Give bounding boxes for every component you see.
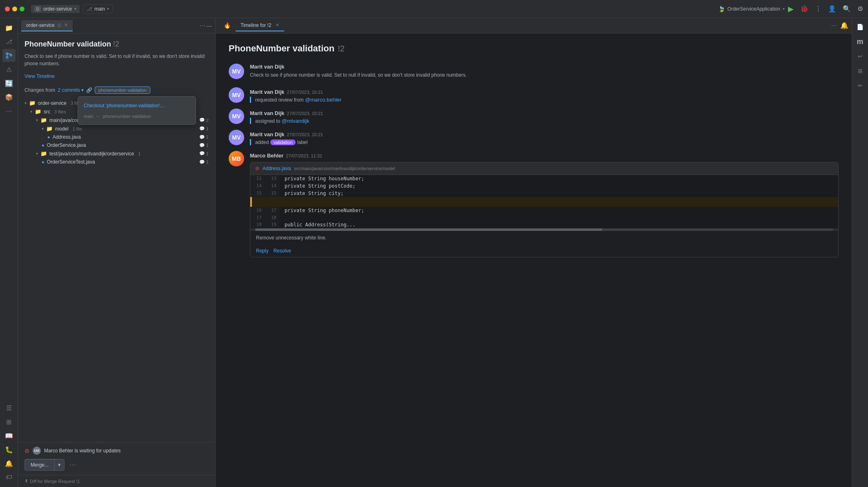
file-error-icon: ⊘ (255, 166, 259, 171)
activity-more[interactable]: ⋯ (2, 104, 16, 117)
activity-issues[interactable]: ⚠ (2, 63, 16, 76)
activity-mergerequests[interactable] (2, 49, 16, 62)
rs-icon-file[interactable]: 📄 (855, 21, 866, 33)
comment-icon: 💬 (199, 159, 205, 165)
ln-new-19: 19 (265, 221, 280, 228)
chevron-icon: ▾ (24, 101, 27, 105)
more-options-button[interactable]: ⋯ (69, 461, 76, 469)
entry-1-author: Marit van Dijk (250, 64, 285, 70)
reply-button[interactable]: Reply (256, 248, 269, 254)
entry-4-time: 27/07/2023, 10:21 (287, 132, 323, 137)
tree-orderservice[interactable]: ● OrderService.java 💬 1 (24, 141, 209, 149)
rs-icon-diff[interactable]: ⊞ (855, 65, 866, 77)
comment-icon: 💬 (199, 117, 205, 123)
entry-2-border: requested review from @marco.behler (250, 97, 839, 103)
entry-3-body: Marit van Dijk 27/07/2023, 10:21 assigne… (250, 108, 839, 124)
ln-new-changed (267, 197, 281, 207)
comment-icon: 💬 (199, 143, 205, 148)
titlebar: 0 order-service ▾ ⎇ main ▾ 🍃 OrderServic… (0, 0, 868, 18)
right-tab-close-icon[interactable]: ✕ (276, 22, 279, 28)
activity-book[interactable]: 📖 (2, 429, 16, 442)
merge-button[interactable]: Merge... ▾ (24, 459, 65, 471)
entry-3-line: Marit van Dijk 27/07/2023, 10:21 (250, 110, 839, 116)
git-branch-icon: ⎇ (87, 6, 92, 12)
tab-more-icon[interactable]: ⋯ (200, 22, 205, 29)
chevron-icon: ▾ (36, 151, 38, 156)
folder-icon: 📁 (29, 100, 36, 106)
left-panel: order-service !2 ✕ ⋯ — PhoneNumber valid… (18, 18, 216, 487)
right-panel: 🔥 Timeline for !2 ✕ ⋯ 🔔 PhoneNumber vali… (216, 18, 852, 487)
code-file-link[interactable]: Address.java (263, 166, 291, 171)
entry-2-mention[interactable]: @marco.behler (305, 97, 341, 103)
bottom-bar: ⊘ MB Marco Behler is waiting for updates… (18, 442, 215, 475)
entry-2-author: Marit van Dijk (250, 89, 285, 95)
activity-registry[interactable]: 📦 (2, 91, 16, 104)
activity-cicd[interactable]: 🔄 (2, 77, 16, 90)
entry-2-text: requested review from (255, 97, 304, 103)
activity-debug2[interactable]: 🐛 (2, 443, 16, 456)
merge-dropdown-icon[interactable]: ▾ (54, 459, 65, 471)
tab-order-service-label: order-service (26, 22, 55, 28)
repo-chevron-icon: ▾ (74, 7, 76, 11)
minimize-button[interactable] (12, 7, 17, 11)
branch-chip[interactable]: phonenumber-validation (95, 86, 150, 94)
right-tab-more[interactable]: ⋯ (831, 22, 837, 29)
app-name[interactable]: 🍃 OrderServiceApplication ▾ (718, 6, 785, 12)
debug-icon[interactable]: 🐞 (800, 5, 808, 13)
tab-close-icon[interactable]: ✕ (64, 22, 68, 28)
settings-icon[interactable]: ⚙ (857, 5, 863, 13)
checkout-item[interactable]: Checkout 'phonenumber-validation'... (78, 100, 196, 111)
tree-test[interactable]: ▾ 📁 test/java/com/maritvandijk/orderserv… (24, 149, 209, 158)
comment-count: 1 (206, 159, 209, 164)
avatar-marit-1: MV (229, 64, 244, 79)
comment-count: 1 (206, 126, 209, 131)
entry-4-after: label (297, 139, 307, 145)
repo-badge[interactable]: 0 order-service ▾ (31, 5, 80, 13)
rs-icon-changes[interactable]: ✏ (855, 80, 866, 91)
activity-bar: 📁 ⎇ ⚠ 🔄 📦 ⋯ ☰ ⊞ 📖 🐛 🔔 🏷 (0, 18, 18, 487)
tab-minimize-icon[interactable]: — (206, 22, 212, 29)
rs-icon-letter-m[interactable]: m (855, 36, 866, 47)
activity-alert[interactable]: 🔔 (2, 457, 16, 470)
tree-address[interactable]: ● Address.java 💬 1 (24, 133, 209, 141)
model-folder-icon: 📁 (46, 126, 53, 132)
diff-link-text: Diff for Merge Request !1 (30, 479, 80, 484)
timeline-entry-5: MB Marco Behler 27/07/2023, 11:32 ⊘ Addr… (229, 151, 839, 257)
test-folder-icon: 📁 (40, 151, 47, 157)
close-button[interactable] (5, 7, 10, 11)
activity-tag[interactable]: 🏷 (2, 471, 16, 484)
view-timeline-link[interactable]: View Timeline (24, 73, 55, 79)
app-name-chevron: ▾ (783, 7, 785, 11)
tab-order-service[interactable]: order-service !2 ✕ (21, 20, 73, 31)
right-tab-timeline[interactable]: Timeline for !2 ✕ (236, 20, 284, 31)
comment-count: 2 (206, 118, 209, 123)
maximize-button[interactable] (20, 7, 24, 11)
code-line-changed (250, 197, 838, 207)
tree-orderservicetest[interactable]: ● OrderServiceTest.java 💬 1 (24, 158, 209, 166)
search-icon[interactable]: 🔍 (843, 5, 851, 13)
entry-5-line: Marco Behler 27/07/2023, 11:32 (250, 153, 839, 159)
tree-model[interactable]: ▾ 📁 model 1 file 💬 1 (24, 124, 209, 133)
comment-icon: 💬 (199, 135, 205, 140)
code-scrollbar[interactable] (250, 228, 838, 231)
entry-1-body: Marit van Dijk Check to see if phone num… (250, 64, 839, 79)
activity-folder[interactable]: 📁 (2, 21, 16, 34)
right-tab-notification[interactable]: 🔔 (840, 22, 848, 29)
user-icon[interactable]: 👤 (828, 5, 836, 13)
right-tab-icon: 🔥 (219, 20, 236, 32)
activity-list[interactable]: ☰ (2, 401, 16, 414)
code-line-1718: 17 18 (250, 214, 838, 221)
entry-5-author: Marco Behler (250, 153, 283, 159)
run-button[interactable]: ▶ (788, 4, 794, 13)
code-block: 13 13 private String houseNumber; 14 14 (250, 175, 838, 231)
merge-main[interactable]: Merge... (24, 459, 54, 471)
resolve-button[interactable]: Resolve (274, 248, 291, 254)
branch-badge[interactable]: ⎇ main ▾ (83, 4, 113, 13)
activity-terminal[interactable]: ⊞ (2, 415, 16, 428)
diff-link[interactable]: ⬆ Diff for Merge Request !1 (24, 478, 209, 484)
rs-icon-undo[interactable]: ↩ (855, 51, 866, 62)
entry-3-mention[interactable]: @mlvandijk (282, 118, 309, 124)
commits-link[interactable]: 2 commits ▾ (58, 87, 84, 93)
activity-git[interactable]: ⎇ (2, 35, 16, 48)
more-options-icon[interactable]: ⋮ (815, 5, 821, 13)
